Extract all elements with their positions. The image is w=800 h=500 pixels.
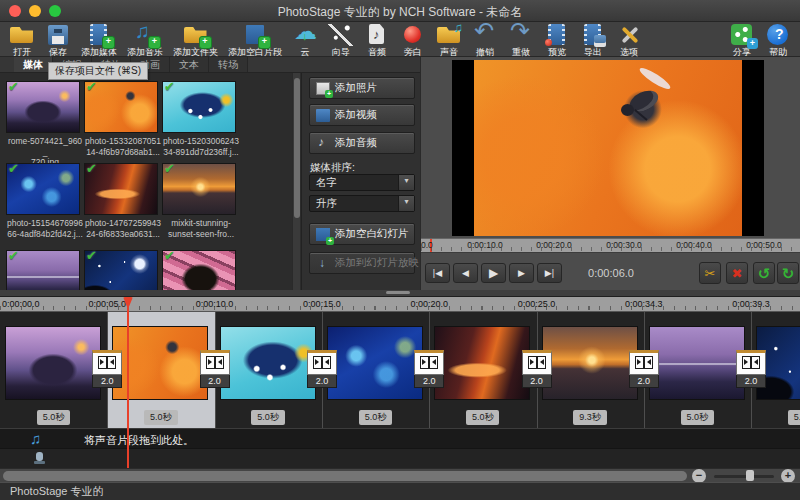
preview-ruler-label: 0:00:20.0 bbox=[533, 240, 575, 250]
narration-track[interactable] bbox=[0, 448, 800, 468]
timeline-ruler-label: 0:00:34.3 bbox=[614, 299, 674, 309]
media-item[interactable]: photo-15332087051 14-4f6b97d68ab1... bbox=[84, 81, 162, 157]
transition-duration: 2.0 bbox=[307, 375, 337, 388]
add-music-icon bbox=[132, 24, 158, 46]
transport-go-start-button[interactable]: |◀ bbox=[425, 263, 450, 283]
transition-badge[interactable]: 2.0 bbox=[414, 350, 444, 388]
clip-duration-badge: 5.0秒 bbox=[251, 410, 285, 425]
timeline-scrollbar-thumb[interactable] bbox=[3, 471, 687, 481]
transport-play-button[interactable]: ▶ bbox=[481, 263, 506, 283]
transport-step-back-button[interactable]: ◀ bbox=[453, 263, 478, 283]
transition-badge[interactable]: 2.0 bbox=[522, 350, 552, 388]
toolbar-button-record[interactable]: 旁白 bbox=[395, 24, 431, 59]
chevron-down-icon[interactable] bbox=[398, 175, 414, 190]
transition-badge[interactable]: 2.0 bbox=[307, 350, 337, 388]
transport-go-end-button[interactable]: ▶| bbox=[537, 263, 562, 283]
media-scrollbar-thumb[interactable] bbox=[294, 78, 300, 218]
timeline-ruler-label: 0:00:20.0 bbox=[399, 299, 459, 309]
clip-duration-badge: 5.0秒 bbox=[681, 410, 715, 425]
clip-duration-badge: 5.0秒 bbox=[466, 410, 500, 425]
transition-duration: 2.0 bbox=[522, 375, 552, 388]
playback-time: 0:00:06.0 bbox=[561, 267, 661, 279]
timeline-clip[interactable] bbox=[542, 326, 638, 400]
transition-badge[interactable]: 2.0 bbox=[92, 350, 122, 388]
add-blank-slide-button[interactable]: 添加空白幻灯片 bbox=[309, 223, 415, 245]
audio-track[interactable]: 将声音片段拖到此处。 bbox=[0, 428, 800, 448]
media-item[interactable]: photo-15203006243 34-891dd7d236ff.j... bbox=[162, 81, 240, 157]
playhead-line[interactable] bbox=[127, 297, 129, 468]
transport-step-forward-button[interactable]: ▶ bbox=[509, 263, 534, 283]
audio-file-icon bbox=[364, 24, 390, 46]
toolbar-left-group: 打开保存添加媒体添加音乐添加文件夹添加空白片段云向导音频旁白声音撤销重做预览导出… bbox=[4, 24, 647, 59]
share-icon bbox=[729, 24, 755, 46]
transition-badge[interactable]: 2.0 bbox=[200, 350, 230, 388]
check-icon bbox=[164, 79, 175, 94]
tab-text[interactable]: 文本 bbox=[170, 57, 209, 72]
media-item[interactable]: rome-5074421_960_ 720.jpg bbox=[6, 81, 84, 168]
media-item[interactable]: photo-14767259943 24-6f6833ea0631... bbox=[84, 163, 162, 239]
check-icon bbox=[86, 79, 97, 94]
zoom-slider-handle[interactable] bbox=[746, 470, 754, 481]
edit-rotate-right-button[interactable]: ↻ bbox=[777, 262, 799, 284]
add-audio-button[interactable]: 添加音频 bbox=[309, 132, 415, 154]
timeline-clip[interactable] bbox=[5, 326, 101, 400]
toolbar-button-wizard[interactable]: 向导 bbox=[323, 24, 359, 59]
zoom-out-button[interactable]: − bbox=[692, 469, 706, 483]
title-bar: PhotoStage 专业的 by NCH Software - 未命名 bbox=[0, 0, 800, 22]
toolbar-button-sound-folder[interactable]: 声音 bbox=[431, 24, 467, 59]
chevron-down-icon[interactable] bbox=[398, 196, 414, 211]
media-item[interactable]: photo-15154676996 66-4adf84b2fd42.j... bbox=[6, 163, 84, 239]
sort-direction-dropdown[interactable]: 升序 bbox=[309, 195, 415, 212]
edit-split-button[interactable]: ✂ bbox=[699, 262, 721, 284]
timeline-scrollbar[interactable]: − + bbox=[0, 468, 800, 482]
edit-delete-button[interactable]: ✖ bbox=[726, 262, 748, 284]
toolbar-button-share[interactable]: 分享 bbox=[724, 24, 760, 59]
media-thumbnail bbox=[162, 163, 236, 215]
media-item[interactable]: mixkit-stunning- sunset-seen-fro... bbox=[162, 163, 240, 239]
toolbar-button-add-media[interactable]: 添加媒体 bbox=[76, 24, 122, 59]
toolbar-button-preview-film[interactable]: 预览 bbox=[539, 24, 575, 59]
zoom-slider-track[interactable] bbox=[714, 475, 774, 478]
timeline-ruler[interactable]: 0:00:00.00:00:05.00:00:10.00:00:15.00:00… bbox=[0, 296, 800, 312]
check-icon bbox=[86, 248, 97, 263]
toolbar: 打开保存添加媒体添加音乐添加文件夹添加空白片段云向导音频旁白声音撤销重做预览导出… bbox=[0, 22, 800, 57]
add-video-label: 添加视频 bbox=[335, 108, 377, 122]
timeline-clip[interactable] bbox=[434, 326, 530, 400]
toolbar-button-audio-file[interactable]: 音频 bbox=[359, 24, 395, 59]
toolbar-button-undo[interactable]: 撤销 bbox=[467, 24, 503, 59]
add-photos-button[interactable]: 添加照片 bbox=[309, 77, 415, 99]
sort-by-dropdown[interactable]: 名字 bbox=[309, 174, 415, 191]
transition-badge[interactable]: 2.0 bbox=[736, 350, 766, 388]
toolbar-button-add-blank-clip[interactable]: 添加空白片段 bbox=[223, 24, 287, 59]
export-icon bbox=[580, 24, 606, 46]
transition-duration: 2.0 bbox=[414, 375, 444, 388]
toolbar-button-save[interactable]: 保存 bbox=[40, 24, 76, 59]
toolbar-button-add-folder[interactable]: 添加文件夹 bbox=[168, 24, 223, 59]
toolbar-button-cloud[interactable]: 云 bbox=[287, 24, 323, 59]
tab-transitions[interactable]: 转场 bbox=[209, 57, 248, 72]
add-video-button[interactable]: 添加视频 bbox=[309, 104, 415, 126]
add-to-slideshow-button[interactable]: 添加到幻灯片放映 bbox=[309, 252, 415, 274]
crossfade-transition-icon bbox=[522, 350, 552, 375]
undo-icon bbox=[472, 24, 498, 46]
transition-badge[interactable]: 2.0 bbox=[629, 350, 659, 388]
sort-direction-value: 升序 bbox=[316, 197, 337, 209]
timeline-clip[interactable] bbox=[327, 326, 423, 400]
zoom-in-button[interactable]: + bbox=[781, 469, 795, 483]
toolbar-button-options[interactable]: 选项 bbox=[611, 24, 647, 59]
cloud-icon bbox=[292, 24, 318, 46]
toolbar-button-add-music[interactable]: 添加音乐 bbox=[122, 24, 168, 59]
toolbar-button-open-folder[interactable]: 打开 bbox=[4, 24, 40, 59]
timeline-clip[interactable] bbox=[220, 326, 316, 400]
save-tooltip: 保存项目文件 (⌘S) bbox=[48, 62, 148, 80]
toolbar-button-redo[interactable]: 重做 bbox=[503, 24, 539, 59]
help-icon bbox=[765, 24, 791, 46]
preview-ruler[interactable]: 0:00:00.00:00:10.00:00:20.00:00:30.00:00… bbox=[421, 238, 800, 253]
toolbar-button-help[interactable]: 帮助 bbox=[760, 24, 796, 59]
preview-panel: 0:00:00.00:00:10.00:00:20.00:00:30.00:00… bbox=[420, 57, 800, 290]
media-scrollbar[interactable] bbox=[292, 73, 300, 296]
timeline-clip[interactable] bbox=[649, 326, 745, 400]
edit-rotate-left-button[interactable]: ↺ bbox=[753, 262, 775, 284]
toolbar-button-export[interactable]: 导出 bbox=[575, 24, 611, 59]
timeline-clips-track: 5.0秒5.0秒5.0秒5.0秒5.0秒9.3秒5.0秒5.0秒2.02.02.… bbox=[0, 312, 800, 428]
